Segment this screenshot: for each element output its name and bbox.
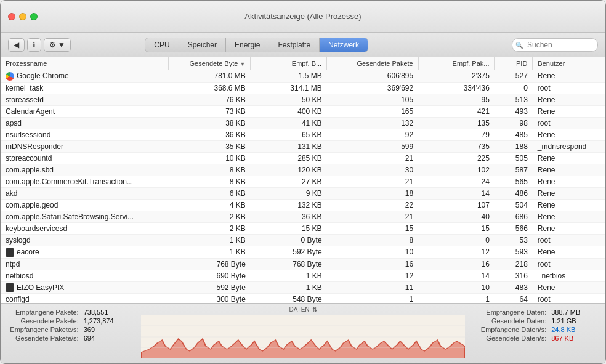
table-cell: 53 bbox=[495, 234, 533, 246]
table-cell: 2 KB bbox=[168, 211, 251, 222]
close-button[interactable] bbox=[8, 13, 15, 20]
table-cell: 587 bbox=[495, 164, 533, 176]
table-cell: 105 bbox=[327, 94, 419, 105]
gear-button[interactable]: ⚙ ▼ bbox=[44, 38, 71, 52]
table-row[interactable]: CalendarAgent73 KB400 KB165421493Rene bbox=[1, 105, 605, 117]
table-cell: 8 KB bbox=[168, 176, 251, 187]
table-cell: 599 bbox=[327, 140, 419, 152]
table-row[interactable]: syslogd1 KB0 Byte8053root bbox=[1, 234, 605, 246]
table-cell: 421 bbox=[418, 105, 495, 117]
table-header-row: Prozessname Gesendete Byte ▼ Empf. B... … bbox=[1, 57, 605, 70]
table-cell: 316 bbox=[495, 270, 533, 281]
table-row[interactable]: eacore1 KB592 Byte1012593Rene bbox=[1, 246, 605, 258]
table-row[interactable]: apsd38 KB41 KB13213598root bbox=[1, 117, 605, 129]
table-cell: 218 bbox=[495, 258, 533, 270]
table-cell: Rene bbox=[533, 94, 605, 105]
tab-festplatte[interactable]: Festplatte bbox=[269, 38, 320, 52]
table-cell: 92 bbox=[327, 129, 419, 140]
back-button[interactable]: ◀ bbox=[8, 38, 25, 52]
chart-svg bbox=[141, 315, 465, 358]
table-row[interactable]: nsurlsessiond36 KB65 KB9279485Rene bbox=[1, 129, 605, 140]
cell-process: mDNSResponder bbox=[1, 140, 168, 152]
table-cell: 21 bbox=[327, 152, 419, 164]
tab-group: CPU Speicher Energie Festplatte Netzwerk bbox=[145, 38, 368, 52]
table-cell: 16 bbox=[418, 258, 495, 270]
table-row[interactable]: com.apple.CommerceKit.Transaction...8 KB… bbox=[1, 176, 605, 187]
col-header-user[interactable]: Benutzer bbox=[533, 57, 605, 70]
table-row[interactable]: storeaccountd10 KB285 KB21225505Rene bbox=[1, 152, 605, 164]
table-row[interactable]: Google Chrome781.0 MB1.5 MB606'8952'3755… bbox=[1, 70, 605, 83]
table-cell: 592 Byte bbox=[168, 281, 251, 294]
chart-label: DATEN ⇅ bbox=[289, 306, 317, 313]
table-cell: 781.0 MB bbox=[168, 70, 251, 83]
table-cell: _mdnsrespond bbox=[533, 140, 605, 152]
col-header-sent-bytes[interactable]: Gesendete Byte ▼ bbox=[168, 57, 251, 70]
table-cell: 1 bbox=[418, 294, 495, 303]
search-wrapper bbox=[512, 38, 598, 52]
tab-netzwerk[interactable]: Netzwerk bbox=[320, 38, 368, 52]
table-row[interactable]: storeassetd76 KB50 KB10595513Rene bbox=[1, 94, 605, 105]
table-cell: 14 bbox=[418, 187, 495, 199]
cell-process: kernel_task bbox=[1, 82, 168, 94]
table-row[interactable]: kernel_task368.6 MB314.1 MB369'692334'43… bbox=[1, 82, 605, 94]
col-header-process[interactable]: Prozessname bbox=[1, 57, 168, 70]
window-title: Aktivitätsanzeige (Alle Prozesse) bbox=[244, 12, 361, 21]
table-row[interactable]: netbiosd690 Byte1 KB1214316_netbios bbox=[1, 270, 605, 281]
table-row[interactable]: com.apple.sbd8 KB120 KB30102587Rene bbox=[1, 164, 605, 176]
table-row[interactable]: akd6 KB9 KB1814486Rene bbox=[1, 187, 605, 199]
info-button[interactable]: ℹ bbox=[27, 38, 41, 52]
col-header-pid[interactable]: PID bbox=[495, 57, 533, 70]
table-cell: 493 bbox=[495, 105, 533, 117]
col-header-sent-packets[interactable]: Gesendete Pakete bbox=[327, 57, 419, 70]
tab-energie[interactable]: Energie bbox=[226, 38, 269, 52]
label-sent-pkts-s: Gesendete Pakete/s: bbox=[8, 334, 79, 342]
table-row[interactable]: EIZO EasyPIX592 Byte1 KB1110483Rene bbox=[1, 281, 605, 294]
value-recv-pkts-s: 369 bbox=[84, 326, 129, 333]
maximize-button[interactable] bbox=[30, 13, 38, 20]
label-recv-pkts: Empfangene Pakete: bbox=[8, 309, 79, 316]
eizo-icon bbox=[6, 248, 14, 257]
table-cell: 95 bbox=[418, 94, 495, 105]
table-cell: 0 Byte bbox=[251, 234, 327, 246]
label-recv-data-s: Empfangene Daten/s: bbox=[477, 326, 546, 333]
table-cell: 527 bbox=[495, 70, 533, 83]
table-cell: 135 bbox=[418, 117, 495, 129]
table-cell: 9 KB bbox=[251, 187, 327, 199]
table-cell: 368.6 MB bbox=[168, 82, 251, 94]
table-cell: 15 bbox=[418, 222, 495, 234]
tab-cpu[interactable]: CPU bbox=[145, 38, 179, 52]
table-row[interactable]: configd300 Byte548 Byte1164root bbox=[1, 294, 605, 303]
cell-process: EIZO EasyPIX bbox=[1, 281, 168, 294]
cell-process: com.apple.sbd bbox=[1, 164, 168, 176]
table-cell: 369'692 bbox=[327, 82, 419, 94]
table-row[interactable]: keyboardservicesd2 KB15 KB1515566Rene bbox=[1, 222, 605, 234]
table-cell: 40 bbox=[418, 211, 495, 222]
cell-process: apsd bbox=[1, 117, 168, 129]
table-cell: _netbios bbox=[533, 270, 605, 281]
table-cell: 165 bbox=[327, 105, 419, 117]
cell-process: Google Chrome bbox=[1, 70, 168, 83]
table-cell: 10 bbox=[418, 281, 495, 294]
value-recv-data: 388.7 MB bbox=[551, 309, 598, 316]
table-row[interactable]: com.apple.Safari.SafeBrowsing.Servi...2 … bbox=[1, 211, 605, 222]
col-header-recv-packets[interactable]: Empf. Pak... bbox=[418, 57, 495, 70]
toolbar: ◀ ℹ ⚙ ▼ CPU Speicher Energie Festplatte … bbox=[1, 33, 605, 57]
table-cell: 65 KB bbox=[251, 129, 327, 140]
table-row[interactable]: ntpd768 Byte768 Byte1616218root bbox=[1, 258, 605, 270]
table-cell: 21 bbox=[327, 211, 419, 222]
gear-icon: ⚙ bbox=[49, 41, 56, 49]
minimize-button[interactable] bbox=[19, 13, 26, 20]
tab-speicher[interactable]: Speicher bbox=[179, 38, 226, 52]
toolbar-left: ◀ ℹ ⚙ ▼ bbox=[8, 38, 71, 52]
table-cell: 79 bbox=[418, 129, 495, 140]
table-cell: 6 KB bbox=[168, 187, 251, 199]
table-row[interactable]: com.apple.geod4 KB132 KB22107504Rene bbox=[1, 199, 605, 211]
table-row[interactable]: mDNSResponder35 KB131 KB599735188_mdnsre… bbox=[1, 140, 605, 152]
table-cell: root bbox=[533, 234, 605, 246]
table-cell: 1 bbox=[327, 294, 419, 303]
table-cell: 225 bbox=[418, 152, 495, 164]
table-cell: 565 bbox=[495, 176, 533, 187]
col-header-recv-bytes[interactable]: Empf. B... bbox=[251, 57, 327, 70]
search-input[interactable] bbox=[512, 38, 598, 52]
table-cell: 0 bbox=[495, 82, 533, 94]
